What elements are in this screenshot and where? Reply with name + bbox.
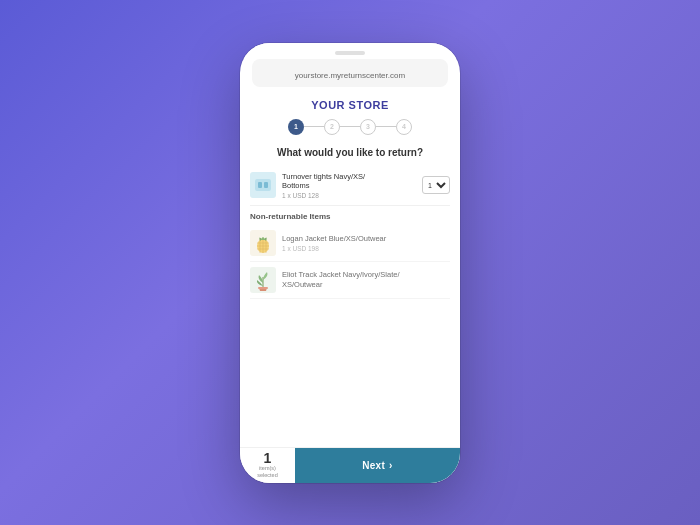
items-label: item(s)selected [257, 465, 278, 478]
item-name-eliot: Eliot Track Jacket Navy/Ivory/Slate/XS/O… [282, 270, 450, 290]
step-line-1 [304, 126, 324, 127]
step-2[interactable]: 2 [324, 119, 340, 135]
next-arrow-icon: › [389, 460, 393, 471]
svg-rect-0 [255, 179, 271, 191]
phone-speaker [335, 51, 365, 55]
step-3[interactable]: 3 [360, 119, 376, 135]
items-list: Turnover tights Navy/XS/Bottoms 1 x USD … [240, 166, 460, 447]
item-name-logan: Logan Jacket Blue/XS/Outwear [282, 234, 450, 244]
store-title: YOUR STORE [240, 93, 460, 117]
steps-bar: 1 2 3 4 [240, 117, 460, 143]
step-4[interactable]: 4 [396, 119, 412, 135]
non-returnable-item-1: Logan Jacket Blue/XS/Outwear 1 x USD 198 [250, 225, 450, 262]
svg-rect-11 [258, 287, 268, 289]
item-price-tights: 1 x USD 128 [282, 192, 416, 199]
item-image-plant [250, 267, 276, 293]
svg-rect-1 [258, 182, 262, 188]
step-line-2 [340, 126, 360, 127]
url-text: yourstore.myreturnscenter.com [295, 71, 405, 80]
next-label: Next [362, 460, 385, 471]
items-count: 1 [264, 451, 272, 465]
item-price-logan: 1 x USD 198 [282, 245, 450, 252]
item-image-tights [250, 172, 276, 198]
step-line-3 [376, 126, 396, 127]
item-info-eliot: Eliot Track Jacket Navy/Ivory/Slate/XS/O… [282, 270, 450, 291]
returnable-item: Turnover tights Navy/XS/Bottoms 1 x USD … [250, 166, 450, 207]
item-name-tights: Turnover tights Navy/XS/Bottoms [282, 172, 416, 192]
bottom-bar: 1 item(s)selected Next › [240, 447, 460, 483]
next-button[interactable]: Next › [295, 448, 460, 483]
phone-top-bar [240, 43, 460, 59]
item-info-logan: Logan Jacket Blue/XS/Outwear 1 x USD 198 [282, 234, 450, 252]
step-1[interactable]: 1 [288, 119, 304, 135]
item-info-tights: Turnover tights Navy/XS/Bottoms 1 x USD … [282, 172, 416, 200]
qty-select-tights[interactable]: 1 2 [422, 176, 450, 194]
url-bar: yourstore.myreturnscenter.com [252, 59, 448, 87]
non-returnable-label: Non-returnable Items [250, 206, 450, 225]
items-selected: 1 item(s)selected [240, 447, 295, 482]
page-question: What would you like to return? [240, 143, 460, 166]
phone-content: YOUR STORE 1 2 3 4 What w [240, 93, 460, 483]
non-returnable-item-2: Eliot Track Jacket Navy/Ivory/Slate/XS/O… [250, 262, 450, 299]
svg-rect-2 [264, 182, 268, 188]
phone-wrapper: yourstore.myreturnscenter.com YOUR STORE… [240, 43, 460, 483]
item-image-pineapple [250, 230, 276, 256]
phone-frame: yourstore.myreturnscenter.com YOUR STORE… [240, 43, 460, 483]
